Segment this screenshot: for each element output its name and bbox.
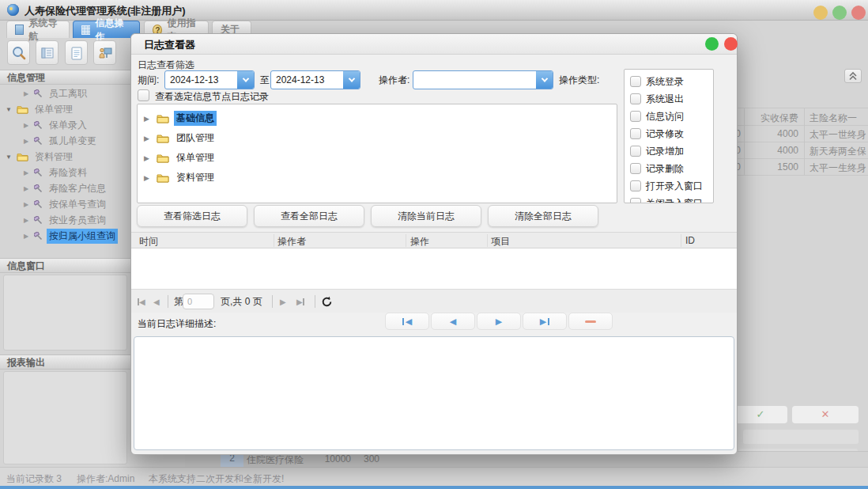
expand-arrow-icon[interactable]: ▶ <box>22 169 30 176</box>
detail-first-button[interactable]: ◀ <box>385 313 429 330</box>
detail-previous-button[interactable]: ◀ <box>431 313 475 330</box>
sidebar-section-report-output[interactable]: 报表输出 <box>0 354 130 370</box>
log-table-body[interactable] <box>131 248 737 289</box>
view-filtered-log-button[interactable]: 查看筛选日志 <box>137 205 247 227</box>
expand-arrow-icon[interactable]: ▶ <box>22 233 30 240</box>
type-option-open-entry-window[interactable]: 打开录入窗口 <box>630 177 713 195</box>
checkbox[interactable] <box>630 93 641 104</box>
collapse-arrow-icon[interactable]: ▼ <box>5 106 13 113</box>
minimize-button[interactable] <box>813 6 828 20</box>
operation-type-list[interactable]: 系统登录 系统退出 信息访问 记录修改 记录增加 记录删除 打开录入窗口 关闭录… <box>624 69 714 203</box>
date-to-select[interactable]: 2024-12-13 <box>270 70 360 89</box>
status-operator: 操作者:Admin <box>77 472 134 486</box>
sidebar-item-query-by-policy-no[interactable]: ▶ 按保单号查询 <box>0 196 130 212</box>
sidebar-folder-data-management[interactable]: ▼ 资料管理 <box>0 149 130 165</box>
type-option-system-logout[interactable]: 系统退出 <box>630 90 713 108</box>
view-all-log-button[interactable]: 查看全部日志 <box>254 205 364 227</box>
tab-info-operation[interactable]: 信息操作 <box>73 21 140 38</box>
sidebar-item-life-customer-info[interactable]: ▶ 寿险客户信息 <box>0 180 130 196</box>
checkbox[interactable] <box>630 198 641 203</box>
collapse-arrow-icon[interactable]: ▼ <box>5 154 13 161</box>
cancel-button[interactable]: ✕ <box>792 406 859 423</box>
dialog-minimize-button[interactable] <box>705 37 719 51</box>
data-list-button[interactable] <box>36 40 58 65</box>
type-option-record-delete[interactable]: 记录删除 <box>630 160 713 177</box>
sidebar-folder-policy-management[interactable]: ▼ 保单管理 <box>0 101 130 117</box>
operator-select[interactable] <box>413 70 553 89</box>
sidebar-item-life-data[interactable]: ▶ 寿险资料 <box>0 165 130 180</box>
chevron-down-icon[interactable] <box>237 71 254 89</box>
log-viewer-button[interactable] <box>7 40 30 65</box>
expand-arrow-icon[interactable]: ▶ <box>22 122 30 129</box>
page-number-input[interactable] <box>183 294 214 309</box>
col-operation[interactable]: 操作 <box>410 235 429 248</box>
expand-arrow-icon[interactable]: ▶ <box>22 138 30 145</box>
detail-last-button[interactable]: ▶ <box>523 313 567 330</box>
date-from-select[interactable]: 2024-12-13 <box>164 70 255 89</box>
clear-all-log-button[interactable]: 清除全部日志 <box>488 205 598 227</box>
expand-arrow-icon[interactable]: ▶ <box>22 217 30 224</box>
col-time[interactable]: 时间 <box>139 235 158 248</box>
sidebar-item-orphan-policy-change[interactable]: ▶ 孤儿单变更 <box>0 133 130 149</box>
type-option-system-login[interactable]: 系统登录 <box>630 73 713 90</box>
tool-icon <box>34 137 43 146</box>
col-id[interactable]: ID <box>685 235 695 246</box>
node-filter-label: 查看选定信息节点日志记录 <box>155 90 269 104</box>
sidebar-item-employee-leave[interactable]: ▶ 员工离职 <box>0 85 130 101</box>
type-option-record-add[interactable]: 记录增加 <box>630 142 713 160</box>
x-icon: ✕ <box>821 408 830 420</box>
col-operator[interactable]: 操作者 <box>277 235 306 248</box>
expand-arrow-icon[interactable]: ▶ <box>22 90 30 97</box>
checkmark-icon: ✓ <box>757 408 765 420</box>
tree-node-basic-info[interactable]: ▶ 基础信息 <box>144 108 617 128</box>
maximize-button[interactable] <box>832 6 847 20</box>
next-page-button[interactable]: ▶ <box>280 290 286 313</box>
checkbox[interactable] <box>630 128 641 139</box>
agent-board-button[interactable] <box>93 40 116 65</box>
clear-current-log-button[interactable]: 清除当前日志 <box>371 205 481 227</box>
checkbox[interactable] <box>630 146 641 157</box>
checkbox[interactable] <box>630 76 641 87</box>
application-window: 人寿保险代理管理系统(非注册用户) 系统导航 信息操作 ? 使用指南 关于 <box>0 0 868 489</box>
col-project[interactable]: 项目 <box>491 235 510 248</box>
expand-arrow-icon[interactable]: ▶ <box>22 201 30 208</box>
type-option-info-access[interactable]: 信息访问 <box>630 108 713 125</box>
confirm-button[interactable]: ✓ <box>734 406 787 423</box>
log-description-area[interactable] <box>134 336 734 450</box>
checkbox[interactable] <box>630 163 641 174</box>
sidebar-item-query-by-group[interactable]: ▶ 按归属小组查询 <box>0 228 130 244</box>
first-page-button[interactable]: ◀ <box>138 290 145 313</box>
tree-node-policy-management[interactable]: ▶ 保单管理 <box>144 148 617 168</box>
expand-arrow-icon[interactable]: ▶ <box>144 115 152 123</box>
dialog-titlebar[interactable]: 日志查看器 <box>131 34 737 55</box>
previous-page-button[interactable]: ◀ <box>153 290 160 313</box>
dialog-close-button[interactable] <box>724 37 738 51</box>
tree-node-data-management[interactable]: ▶ 资料管理 <box>144 168 617 188</box>
type-option-record-modify[interactable]: 记录修改 <box>630 125 713 142</box>
node-filter-checkbox[interactable] <box>138 89 149 101</box>
expand-arrow-icon[interactable]: ▶ <box>22 185 30 192</box>
last-page-button[interactable]: ▶ <box>296 290 304 313</box>
checkbox[interactable] <box>630 180 641 191</box>
detail-next-button[interactable]: ▶ <box>477 313 521 330</box>
expand-arrow-icon[interactable]: ▶ <box>144 174 152 182</box>
tree-node-team-management[interactable]: ▶ 团队管理 <box>144 128 617 148</box>
expand-arrow-icon[interactable]: ▶ <box>144 154 152 162</box>
document-button[interactable] <box>65 40 88 65</box>
folder-icon <box>157 172 169 183</box>
detail-remove-button[interactable] <box>568 313 613 330</box>
type-option-close-entry-window[interactable]: 关闭录入窗口 <box>630 195 713 203</box>
close-button[interactable] <box>851 6 866 20</box>
sidebar-section-info-management[interactable]: 信息管理 <box>0 70 130 85</box>
expand-arrow-icon[interactable]: ▶ <box>144 135 152 142</box>
sidebar-item-policy-entry[interactable]: ▶ 保单录入 <box>0 117 130 133</box>
sidebar-section-info-window[interactable]: 信息窗口 <box>0 258 130 273</box>
collapse-panel-button[interactable] <box>844 69 862 83</box>
log-node-tree[interactable]: ▶ 基础信息 ▶ 团队管理 ▶ 保单管理 ▶ 资料管理 <box>137 104 617 203</box>
sidebar-item-query-by-agent[interactable]: ▶ 按业务员查询 <box>0 212 130 228</box>
tab-system-nav[interactable]: 系统导航 <box>6 21 70 38</box>
chevron-down-icon[interactable] <box>343 71 360 89</box>
checkbox[interactable] <box>630 111 641 122</box>
chevron-down-icon[interactable] <box>536 71 553 89</box>
refresh-button[interactable] <box>321 290 333 313</box>
